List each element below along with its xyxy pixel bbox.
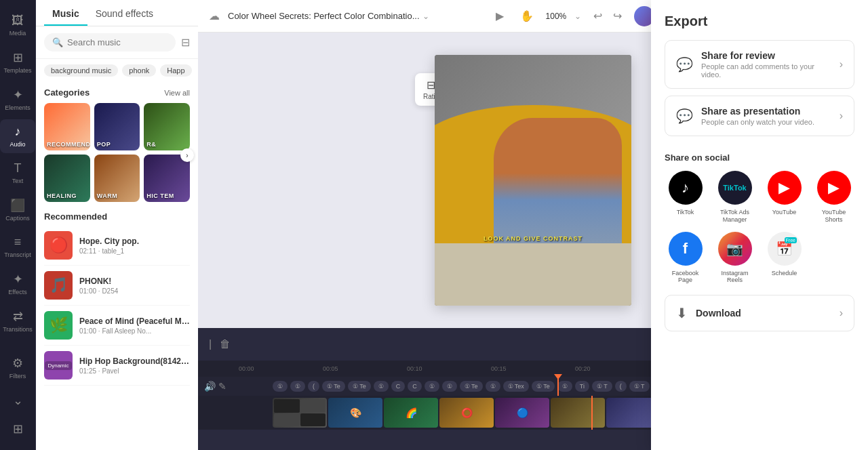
download-icon: ⬇ <box>676 305 688 321</box>
sidebar-item-transitions[interactable]: ⇄ Transitions <box>0 304 35 338</box>
track-info: PHONK! 01:00 · D254 <box>79 277 190 295</box>
schedule-logo: 📅 <box>776 241 793 256</box>
youtube-icon: ▶ <box>768 171 802 205</box>
filter-btn[interactable]: ⊟ <box>181 36 190 49</box>
track-chip[interactable]: ① <box>425 381 439 392</box>
track-chip[interactable]: ① <box>290 381 305 392</box>
instagram-icon: 📷 <box>718 232 752 266</box>
film-cell[interactable]: 🌈 <box>384 398 438 428</box>
download-label: Download <box>696 308 831 319</box>
track-chip[interactable]: ① <box>273 381 288 392</box>
canvas-frame: LOOK AND GIVE CONTRAST <box>435 55 631 306</box>
film-cell[interactable] <box>551 398 605 428</box>
social-tiktok-ads[interactable]: TikTok TikTok Ads Manager <box>714 171 755 224</box>
track-name: Hope. City pop. <box>79 237 190 246</box>
track-item[interactable]: 🌿 Peace of Mind (Peaceful Music) 01:00 ·… <box>44 306 190 346</box>
film-cell[interactable]: 🔵 <box>495 398 549 428</box>
tag-phonk[interactable]: phonk <box>122 64 156 77</box>
transitions-icon: ⇄ <box>13 309 23 324</box>
track-chip[interactable]: Ti <box>575 381 589 392</box>
track-info: Peace of Mind (Peaceful Music) 01:00 · F… <box>79 316 190 335</box>
film-cell[interactable]: ⭕ <box>439 398 494 428</box>
categories-next-btn[interactable]: › <box>180 148 194 162</box>
chevron-right-icon: › <box>840 58 843 70</box>
track-chip[interactable]: ① <box>374 381 389 392</box>
track-chip[interactable]: ( <box>615 381 627 392</box>
social-youtube[interactable]: ▶ YouTube <box>764 171 805 224</box>
share-presentation-option[interactable]: 💬 Share as presentation People can only … <box>665 96 854 136</box>
sidebar-item-filters[interactable]: ⚙ Filters <box>0 350 35 385</box>
track-chip[interactable]: ① <box>486 381 500 392</box>
sidebar-item-media[interactable]: 🖼 Media <box>0 8 35 42</box>
track-chip[interactable]: ① T <box>592 381 612 392</box>
sidebar-item-templates[interactable]: ⊞ Templates <box>0 45 35 79</box>
track-chip[interactable]: ① <box>442 381 457 392</box>
sidebar-item-effects[interactable]: ✦ Effects <box>0 266 35 301</box>
track-thumb-icon: 🔴 <box>50 237 68 254</box>
export-option-text: Share for review People can add comments… <box>701 50 831 79</box>
category-rb[interactable]: R& <box>144 103 190 150</box>
sidebar-item-captions[interactable]: ⬛ Captions <box>0 192 35 227</box>
category-healing[interactable]: HEALING <box>44 155 90 202</box>
category-hic[interactable]: HIC TEM <box>144 155 190 202</box>
social-label: TikTok Ads Manager <box>714 209 755 224</box>
social-label: TikTok <box>677 209 694 216</box>
instagram-logo: 📷 <box>726 241 743 257</box>
transcript-icon: ≡ <box>14 235 22 249</box>
cursor-tool-btn[interactable]: | <box>209 338 212 350</box>
delete-btn[interactable]: 🗑 <box>220 338 231 350</box>
hand-tool-btn[interactable]: ✋ <box>516 7 538 25</box>
share-review-title: Share for review <box>701 50 831 61</box>
undo-btn[interactable]: ↩ <box>589 7 606 25</box>
track-left-controls: 🔊 ✎ <box>198 381 232 392</box>
track-chip[interactable]: ① Te <box>348 381 371 392</box>
share-for-review-option[interactable]: 💬 Share for review People can add commen… <box>665 40 854 89</box>
sidebar-item-elements[interactable]: ✦ Elements <box>0 82 35 117</box>
track-item[interactable]: Dynamic Hip Hop Background(81420... 01:2… <box>44 346 190 386</box>
social-tiktok[interactable]: ♪ TikTok <box>665 171 706 224</box>
track-chip[interactable]: ( <box>308 381 319 392</box>
tab-sound-effects[interactable]: Sound effects <box>87 0 161 26</box>
track-chip[interactable]: ① T <box>629 381 650 392</box>
sidebar-item-text[interactable]: T Text <box>0 156 35 190</box>
social-facebook[interactable]: f Facebook Page <box>665 232 706 285</box>
track-chip[interactable]: C <box>408 381 422 392</box>
track-chip[interactable]: ① <box>557 381 572 392</box>
search-input-wrap: 🔍 <box>44 33 176 52</box>
tag-happ[interactable]: Happ <box>160 64 191 77</box>
tab-music[interactable]: Music <box>44 0 87 26</box>
redo-btn[interactable]: ↪ <box>609 7 626 25</box>
track-name: PHONK! <box>79 277 190 286</box>
download-option[interactable]: ⬇ Download › <box>665 295 854 331</box>
view-all-link[interactable]: View all <box>164 89 190 97</box>
social-yt-shorts[interactable]: ▶ YouTube Shorts <box>813 171 854 224</box>
category-warm[interactable]: WARM <box>94 155 140 202</box>
search-input[interactable] <box>67 37 167 47</box>
social-schedule[interactable]: 📅 Free Schedule <box>764 232 805 285</box>
playhead <box>557 377 559 396</box>
category-recommend[interactable]: RECOMMEND <box>44 103 90 150</box>
track-chip[interactable]: ① Tex <box>503 381 529 392</box>
track-chip[interactable]: C <box>391 381 406 392</box>
share-social-title: Share on social <box>665 152 854 163</box>
sidebar-item-audio[interactable]: ♪ Audio <box>0 119 35 153</box>
track-chip[interactable]: ① Te <box>460 381 483 392</box>
film-cell[interactable] <box>273 398 327 428</box>
sidebar-expand-btn[interactable]: ⌄ <box>0 388 35 413</box>
film-cell[interactable]: 🎨 <box>328 398 382 428</box>
track-item[interactable]: 🎵 PHONK! 01:00 · D254 <box>44 266 190 306</box>
captions-icon: ⬛ <box>10 198 25 213</box>
track-meta: 02:11 · table_1 <box>79 247 190 255</box>
track-meta: 01:25 · Pavel <box>79 367 190 375</box>
social-instagram[interactable]: 📷 Instagram Reels <box>714 232 755 285</box>
track-chip[interactable]: ① Te <box>322 381 345 392</box>
track-item[interactable]: 🔴 Hope. City pop. 02:11 · table_1 <box>44 226 190 266</box>
sidebar-item-transcript[interactable]: ≡ Transcript <box>0 230 35 264</box>
tiktok-icon: ♪ <box>669 171 703 205</box>
sidebar-item-more[interactable]: ⊞ <box>0 416 35 442</box>
tag-background-music[interactable]: background music <box>44 64 118 77</box>
track-chip[interactable]: ① Te <box>532 381 555 392</box>
play-btn[interactable]: ▶ <box>492 7 508 25</box>
category-pop[interactable]: POP <box>94 103 140 150</box>
track-thumb: 🌿 <box>44 311 73 340</box>
